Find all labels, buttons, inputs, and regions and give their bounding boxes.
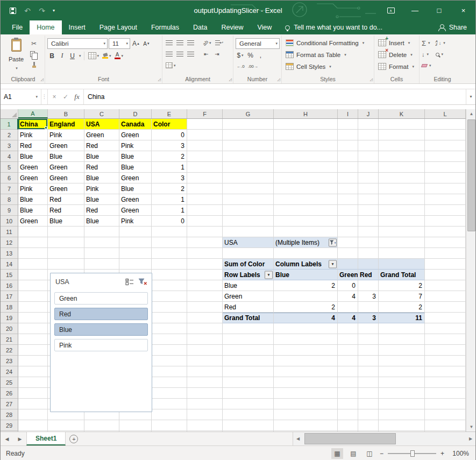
cell-A3[interactable]: Red xyxy=(18,140,48,151)
row-header-21[interactable]: 21 xyxy=(1,334,18,345)
select-all-corner[interactable] xyxy=(1,109,18,118)
cell-K16[interactable]: 2 xyxy=(379,280,425,291)
cell-J21[interactable] xyxy=(358,334,379,345)
cell-A29[interactable] xyxy=(18,420,48,431)
cell-F5[interactable] xyxy=(187,162,223,173)
cell-F1[interactable] xyxy=(187,119,223,130)
cell-F9[interactable] xyxy=(187,205,223,216)
cell-H16[interactable]: 2 xyxy=(274,280,338,291)
name-box-dropdown-icon[interactable]: ▾ xyxy=(35,95,38,99)
cell-E22[interactable] xyxy=(152,345,187,356)
row-header-3[interactable]: 3 xyxy=(1,140,18,151)
cell-L8[interactable] xyxy=(425,194,466,205)
column-header-L[interactable]: L xyxy=(425,109,466,118)
cell-B2[interactable]: Pink xyxy=(48,130,84,140)
row-header-17[interactable]: 17 xyxy=(1,291,18,302)
cell-C4[interactable]: Blue xyxy=(84,151,119,162)
cell-L2[interactable] xyxy=(425,130,466,140)
cell-L1[interactable] xyxy=(425,119,466,130)
cell-I17[interactable]: 4 xyxy=(338,291,358,302)
cell-H15[interactable]: Blue xyxy=(274,270,338,280)
cell-A19[interactable] xyxy=(18,313,48,323)
cell-F8[interactable] xyxy=(187,194,223,205)
cell-B5[interactable]: Green xyxy=(48,162,84,173)
cell-B8[interactable]: Red xyxy=(48,194,84,205)
align-middle-icon[interactable] xyxy=(175,38,184,48)
conditional-formatting-button[interactable]: Conditional Formatting▾ xyxy=(284,37,366,48)
cell-E1[interactable]: Color xyxy=(152,119,187,130)
format-painter-button[interactable] xyxy=(29,60,39,69)
cell-H26[interactable] xyxy=(274,388,338,399)
cell-B29[interactable] xyxy=(48,420,84,431)
cell-G27[interactable] xyxy=(223,399,274,409)
cell-H6[interactable] xyxy=(274,173,338,183)
cell-G29[interactable] xyxy=(223,420,274,431)
cell-J5[interactable] xyxy=(358,162,379,173)
cell-B30[interactable] xyxy=(48,431,84,431)
cell-F6[interactable] xyxy=(187,173,223,183)
cell-E18[interactable] xyxy=(152,302,187,313)
page-layout-view-icon[interactable]: ▤ xyxy=(347,448,359,459)
formula-bar-expand-icon[interactable]: ▾ xyxy=(466,89,475,104)
sheet-nav-left-icon[interactable]: ◀ xyxy=(1,432,13,445)
cell-E4[interactable]: 2 xyxy=(152,151,187,162)
cell-I30[interactable] xyxy=(338,431,358,431)
cell-K27[interactable] xyxy=(379,399,425,409)
cell-G14[interactable]: Sum of Color xyxy=(223,259,274,270)
row-header-24[interactable]: 24 xyxy=(1,366,18,377)
cell-L27[interactable] xyxy=(425,399,466,409)
scroll-up-icon[interactable]: ▲ xyxy=(466,109,475,118)
align-bottom-icon[interactable] xyxy=(186,38,195,48)
cell-G1[interactable] xyxy=(223,119,274,130)
cell-G12[interactable]: USA xyxy=(223,237,274,248)
cell-L29[interactable] xyxy=(425,420,466,431)
cell-H13[interactable] xyxy=(274,248,338,259)
cell-I3[interactable] xyxy=(338,140,358,151)
cell-G11[interactable] xyxy=(223,227,274,237)
cell-C9[interactable]: Red xyxy=(84,205,119,216)
cell-D2[interactable]: Green xyxy=(119,130,152,140)
cell-A16[interactable] xyxy=(18,280,48,291)
slicer-clear-filter-icon[interactable] xyxy=(136,277,149,287)
cell-G13[interactable] xyxy=(223,248,274,259)
cell-A7[interactable]: Pink xyxy=(18,183,48,194)
vertical-scrollbar[interactable]: ▲ ▼ xyxy=(466,109,475,431)
cell-A9[interactable]: Blue xyxy=(18,205,48,216)
ribbon-display-options-icon[interactable]: ∧ xyxy=(379,1,403,20)
cell-I10[interactable] xyxy=(338,216,358,227)
cell-H19[interactable]: 4 xyxy=(274,313,338,323)
cell-F29[interactable] xyxy=(187,420,223,431)
cell-B13[interactable] xyxy=(48,248,84,259)
cell-J3[interactable] xyxy=(358,140,379,151)
cell-H23[interactable] xyxy=(274,356,338,366)
align-top-icon[interactable] xyxy=(165,38,174,48)
cell-J14[interactable] xyxy=(358,259,379,270)
row-header-27[interactable]: 27 xyxy=(1,399,18,409)
cell-I19[interactable]: 4 xyxy=(338,313,358,323)
cell-L9[interactable] xyxy=(425,205,466,216)
cell-A11[interactable] xyxy=(18,227,48,237)
cell-H7[interactable] xyxy=(274,183,338,194)
share-button[interactable]: Share xyxy=(429,20,475,34)
cell-A25[interactable] xyxy=(18,377,48,388)
cell-L5[interactable] xyxy=(425,162,466,173)
cell-D5[interactable]: Blue xyxy=(119,162,152,173)
column-header-C[interactable]: C xyxy=(84,109,119,118)
cell-A17[interactable] xyxy=(18,291,48,302)
cell-D14[interactable] xyxy=(119,259,152,270)
cell-J10[interactable] xyxy=(358,216,379,227)
cut-button[interactable]: ✂ xyxy=(29,39,39,48)
cell-H1[interactable] xyxy=(274,119,338,130)
cell-A22[interactable] xyxy=(18,345,48,356)
cell-A1[interactable]: China xyxy=(18,119,48,130)
underline-dropdown-icon[interactable]: ▾ xyxy=(79,54,81,58)
number-format-select[interactable]: General▾ xyxy=(236,38,280,49)
cell-E19[interactable] xyxy=(152,313,187,323)
zoom-slider-thumb[interactable] xyxy=(410,450,415,457)
cell-K8[interactable] xyxy=(379,194,425,205)
cell-L6[interactable] xyxy=(425,173,466,183)
cell-A18[interactable] xyxy=(18,302,48,313)
row-header-15[interactable]: 15 xyxy=(1,270,18,280)
cell-C11[interactable] xyxy=(84,227,119,237)
cell-I8[interactable] xyxy=(338,194,358,205)
